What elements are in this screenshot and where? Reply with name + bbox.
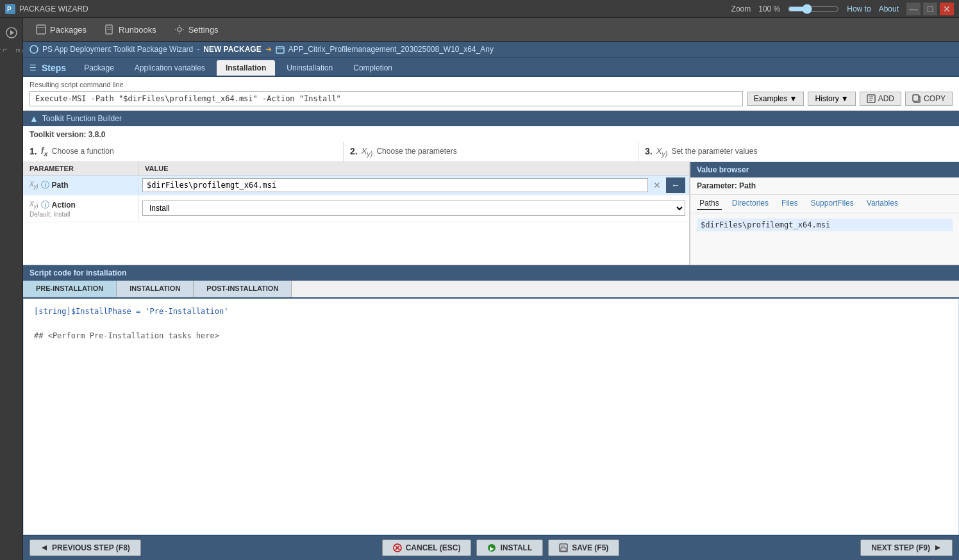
examples-button[interactable]: Examples ▼ — [747, 92, 805, 106]
bottom-right-buttons: NEXT STEP (F9) — [860, 539, 953, 556]
script-tabs: PRE-INSTALLATION INSTALLATION POST-INSTA… — [23, 281, 959, 299]
breadcrumb-pkgname: APP_Citrix_Profilemanagement_203025008_W… — [288, 45, 494, 54]
add-icon — [867, 94, 876, 103]
history-chevron-icon: ▼ — [841, 94, 849, 103]
param-path-xy: Xy) — [29, 181, 38, 190]
zoom-value: 100 % — [758, 4, 780, 13]
main-content: Resulting script command line Examples ▼… — [23, 77, 959, 535]
wizard-icon — [29, 45, 38, 54]
app-container: PACKAGE LIBRARY Packages Runbooks Settin… — [0, 18, 959, 560]
cancel-button[interactable]: CANCEL (ESC) — [382, 539, 472, 556]
breadcrumb-wizard: PS App Deployment Toolkit Package Wizard — [42, 45, 193, 54]
nav-packages[interactable]: Packages — [29, 22, 93, 37]
script-section: Script code for installation PRE-INSTALL… — [23, 265, 959, 535]
package-icon — [276, 45, 285, 54]
tab-appvars[interactable]: Application variables — [126, 60, 214, 76]
svg-marker-27 — [935, 545, 940, 550]
step3-xy-icon: Xy) — [656, 146, 668, 158]
param-path-info-icon[interactable]: ⓘ — [41, 179, 49, 191]
about-link[interactable]: About — [879, 4, 899, 13]
breadcrumb-arrow: ➔ — [265, 45, 272, 54]
next-step-label: NEXT STEP (F9) — [871, 543, 930, 552]
titlebar-left: P PACKAGE WIZARD — [5, 4, 88, 14]
breadcrumb: PS App Deployment Toolkit Package Wizard… — [23, 42, 959, 58]
tab-package[interactable]: Package — [75, 60, 123, 76]
copy-button[interactable]: COPY — [905, 92, 953, 106]
builder-steps-row: 1. fx Choose a function 2. Xy) Choose th… — [23, 142, 959, 162]
bottom-bar: PREVIOUS STEP (F8) CANCEL (ESC) ▶ INSTAL… — [23, 535, 959, 560]
zoom-label: Zoom — [731, 4, 751, 13]
cmdline-section-title: Resulting script command line — [29, 81, 953, 88]
nav-runbooks[interactable]: Runbooks — [98, 22, 163, 37]
value-browser: Value browser Parameter: Path Paths Dire… — [690, 162, 959, 265]
save-label: SAVE (F5) — [572, 543, 608, 552]
install-button[interactable]: ▶ INSTALL — [476, 539, 543, 556]
vb-tab-directories[interactable]: Directories — [730, 197, 771, 210]
add-button[interactable]: ADD — [860, 92, 901, 106]
next-arrow-icon — [934, 544, 942, 552]
script-tab-postinstall[interactable]: POST-INSTALLATION — [194, 281, 292, 297]
value-browser-tabs: Paths Directories Files SupportFiles Var… — [690, 195, 959, 213]
nav-runbooks-label: Runbooks — [119, 25, 156, 35]
breadcrumb-newpkg: NEW PACKAGE — [203, 45, 261, 54]
sidebar: PACKAGE LIBRARY — [0, 18, 23, 560]
add-label: ADD — [878, 94, 894, 103]
toolkit-version: Toolkit version: 3.8.0 — [23, 126, 959, 142]
steps-icon: ☰ — [29, 63, 37, 72]
bottom-center-buttons: CANCEL (ESC) ▶ INSTALL SAVE (F5) — [382, 539, 620, 556]
param-path-input[interactable] — [142, 178, 648, 192]
vb-item-0[interactable]: $dirFiles\profilemgt_x64.msi — [697, 218, 953, 231]
app-icon: P — [5, 4, 15, 14]
param-action-select[interactable]: Install Uninstall Repair — [142, 201, 685, 216]
param-action-info-icon[interactable]: ⓘ — [41, 199, 49, 211]
collapse-button[interactable]: ▲ — [29, 113, 38, 124]
vb-tab-paths[interactable]: Paths — [697, 197, 722, 210]
content-area: Packages Runbooks Settings PS App Deploy… — [23, 18, 959, 560]
tab-installation[interactable]: Installation — [217, 60, 275, 76]
tab-completion[interactable]: Completion — [344, 60, 401, 76]
svg-rect-4 — [37, 25, 46, 34]
param-path-label-cell: Xy) ⓘ Path — [23, 176, 138, 195]
titlebar: P PACKAGE WIZARD Zoom 100 % How to About… — [0, 0, 959, 18]
script-tab-install[interactable]: INSTALLATION — [117, 281, 194, 297]
zoom-slider[interactable] — [788, 4, 839, 14]
maximize-button[interactable]: □ — [923, 3, 937, 15]
param-path-arrow-button[interactable]: ← — [666, 177, 685, 193]
history-button[interactable]: History ▼ — [808, 92, 855, 106]
save-icon — [559, 543, 568, 552]
params-col-value: VALUE — [138, 162, 174, 175]
vb-tab-files[interactable]: Files — [779, 197, 800, 210]
svg-text:▶: ▶ — [490, 546, 494, 552]
param-action-xy: Xy) — [29, 201, 38, 210]
install-icon: ▶ — [487, 543, 496, 552]
copy-icon — [912, 94, 921, 103]
step3-label: Set the parameter values — [671, 147, 757, 156]
save-button[interactable]: SAVE (F5) — [548, 539, 619, 556]
minimize-button[interactable]: — — [906, 3, 921, 15]
param-row-action: Xy) ⓘ Action Default: Install Install — [23, 195, 689, 222]
step1-label: Choose a function — [52, 147, 114, 156]
breadcrumb-sep1: - — [197, 45, 199, 54]
vb-tab-supportfiles[interactable]: SupportFiles — [808, 197, 856, 210]
tab-uninstallation[interactable]: Uninstallation — [278, 60, 342, 76]
howto-link[interactable]: How to — [847, 4, 871, 13]
cmdline-input[interactable] — [29, 91, 743, 106]
vb-tab-variables[interactable]: Variables — [864, 197, 901, 210]
bottom-left-buttons: PREVIOUS STEP (F8) — [29, 539, 141, 556]
sidebar-nav-icon[interactable] — [2, 23, 21, 42]
prev-step-button[interactable]: PREVIOUS STEP (F8) — [29, 539, 141, 556]
param-action-label-wrap: Xy) ⓘ Action Default: Install — [29, 199, 76, 218]
step1-num: 1. — [29, 146, 37, 156]
nav-settings[interactable]: Settings — [168, 22, 225, 37]
svg-text:P: P — [7, 6, 12, 13]
script-tab-preinstall[interactable]: PRE-INSTALLATION — [23, 281, 117, 297]
param-action-name: Action — [52, 201, 76, 210]
param-path-clear-button[interactable]: ✕ — [651, 179, 663, 192]
examples-label: Examples — [754, 94, 788, 103]
step1-fx-icon: fx — [41, 145, 48, 158]
titlebar-right: Zoom 100 % How to About — □ ✕ — [731, 3, 954, 15]
svg-rect-26 — [561, 548, 566, 551]
close-button[interactable]: ✕ — [940, 3, 954, 15]
steps-label: Steps — [42, 63, 66, 73]
next-step-button[interactable]: NEXT STEP (F9) — [860, 539, 953, 556]
